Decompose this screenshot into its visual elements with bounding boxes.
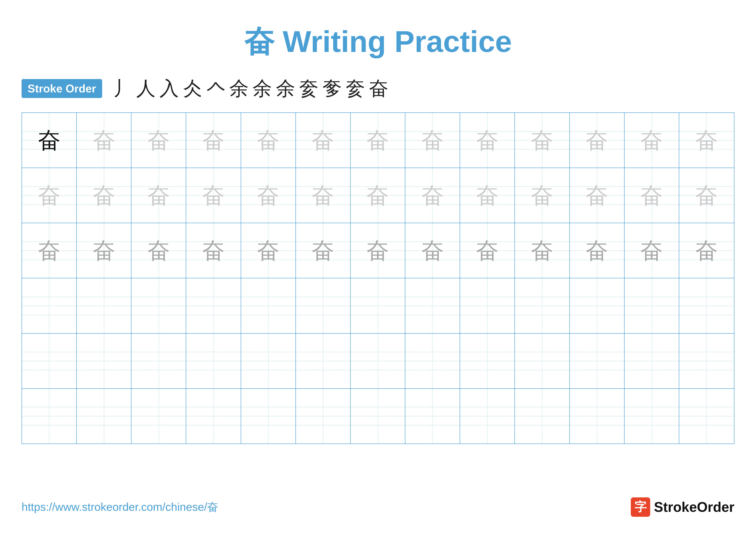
cell-2-3[interactable]: 奋 [131, 168, 186, 223]
cell-6-9[interactable] [460, 389, 515, 444]
cell-5-1[interactable] [22, 334, 77, 388]
cell-1-1[interactable]: 奋 [22, 113, 77, 167]
char-guide: 奋 [38, 184, 61, 207]
cell-4-2[interactable] [77, 278, 131, 333]
cell-3-6[interactable]: 奋 [296, 223, 351, 278]
cell-3-5[interactable]: 奋 [241, 223, 296, 278]
cell-1-12[interactable]: 奋 [625, 113, 679, 167]
stroke-1: 丿 [113, 75, 132, 102]
stroke-3: 入 [159, 75, 179, 102]
cell-1-7[interactable]: 奋 [351, 113, 405, 167]
cell-1-8[interactable]: 奋 [405, 113, 460, 167]
char-guide: 奋 [366, 239, 389, 262]
cell-1-6[interactable]: 奋 [296, 113, 351, 167]
cell-5-8[interactable] [405, 334, 460, 388]
cell-1-10[interactable]: 奋 [515, 113, 570, 167]
cell-5-7[interactable] [351, 334, 405, 388]
cell-3-4[interactable]: 奋 [186, 223, 241, 278]
cell-6-6[interactable] [296, 389, 351, 444]
cell-4-8[interactable] [405, 278, 460, 333]
cell-2-8[interactable]: 奋 [405, 168, 460, 223]
cell-4-11[interactable] [570, 278, 625, 333]
cell-1-3[interactable]: 奋 [131, 113, 186, 167]
char-guide: 奋 [476, 184, 499, 207]
cell-4-4[interactable] [186, 278, 241, 333]
cell-5-13[interactable] [679, 334, 734, 388]
cell-3-7[interactable]: 奋 [351, 223, 405, 278]
cell-2-2[interactable]: 奋 [77, 168, 131, 223]
cell-5-3[interactable] [131, 334, 186, 388]
cell-5-10[interactable] [515, 334, 570, 388]
char-guide: 奋 [640, 184, 663, 207]
stroke-12: 奋 [369, 75, 388, 102]
footer-url[interactable]: https://www.strokeorder.com/chinese/奋 [21, 499, 218, 515]
cell-5-11[interactable] [570, 334, 625, 388]
cell-5-9[interactable] [460, 334, 515, 388]
cell-4-12[interactable] [625, 278, 679, 333]
cell-3-2[interactable]: 奋 [77, 223, 131, 278]
char-guide: 奋 [93, 184, 115, 207]
cell-4-10[interactable] [515, 278, 570, 333]
cell-1-2[interactable]: 奋 [77, 113, 131, 167]
cell-6-10[interactable] [515, 389, 570, 444]
cell-6-13[interactable] [679, 389, 734, 444]
char-guide: 奋 [421, 129, 444, 152]
footer: https://www.strokeorder.com/chinese/奋 字 … [21, 497, 735, 517]
cell-6-7[interactable] [351, 389, 405, 444]
cell-6-8[interactable] [405, 389, 460, 444]
cell-4-9[interactable] [460, 278, 515, 333]
cell-4-6[interactable] [296, 278, 351, 333]
grid-row-6 [22, 389, 734, 444]
cell-6-5[interactable] [241, 389, 296, 444]
cell-3-8[interactable]: 奋 [405, 223, 460, 278]
cell-2-10[interactable]: 奋 [515, 168, 570, 223]
stroke-11: 奒 [346, 75, 365, 102]
cell-4-7[interactable] [351, 278, 405, 333]
cell-2-1[interactable]: 奋 [22, 168, 77, 223]
cell-2-12[interactable]: 奋 [625, 168, 679, 223]
cell-6-1[interactable] [22, 389, 77, 444]
char-guide: 奋 [476, 129, 499, 152]
cell-1-13[interactable]: 奋 [679, 113, 734, 167]
cell-5-6[interactable] [296, 334, 351, 388]
cell-4-1[interactable] [22, 278, 77, 333]
cell-2-9[interactable]: 奋 [460, 168, 515, 223]
cell-3-12[interactable]: 奋 [625, 223, 679, 278]
stroke-order-badge: Stroke Order [21, 79, 102, 98]
cell-2-11[interactable]: 奋 [570, 168, 625, 223]
cell-3-9[interactable]: 奋 [460, 223, 515, 278]
cell-4-5[interactable] [241, 278, 296, 333]
cell-1-4[interactable]: 奋 [186, 113, 241, 167]
cell-6-12[interactable] [625, 389, 679, 444]
cell-3-11[interactable]: 奋 [570, 223, 625, 278]
cell-3-13[interactable]: 奋 [679, 223, 734, 278]
cell-2-6[interactable]: 奋 [296, 168, 351, 223]
cell-2-4[interactable]: 奋 [186, 168, 241, 223]
char-guide: 奋 [421, 239, 444, 262]
cell-3-10[interactable]: 奋 [515, 223, 570, 278]
stroke-9: 奒 [299, 75, 318, 102]
char-guide: 奋 [421, 184, 444, 207]
cell-2-5[interactable]: 奋 [241, 168, 296, 223]
cell-6-4[interactable] [186, 389, 241, 444]
cell-5-2[interactable] [77, 334, 131, 388]
cell-5-12[interactable] [625, 334, 679, 388]
cell-3-1[interactable]: 奋 [22, 223, 77, 278]
cell-2-7[interactable]: 奋 [351, 168, 405, 223]
cell-1-5[interactable]: 奋 [241, 113, 296, 167]
title-section: 奋 Writing Practice [21, 21, 735, 63]
char-guide: 奋 [531, 239, 554, 262]
cell-3-3[interactable]: 奋 [131, 223, 186, 278]
cell-6-11[interactable] [570, 389, 625, 444]
cell-4-3[interactable] [131, 278, 186, 333]
cell-5-5[interactable] [241, 334, 296, 388]
stroke-order-row: Stroke Order 丿 人 入 仌 𠆢 余 余 余 奒 奓 奒 奋 [21, 75, 735, 102]
cell-6-2[interactable] [77, 389, 131, 444]
cell-1-9[interactable]: 奋 [460, 113, 515, 167]
cell-6-3[interactable] [131, 389, 186, 444]
cell-2-13[interactable]: 奋 [679, 168, 734, 223]
cell-5-4[interactable] [186, 334, 241, 388]
char-guide: 奋 [202, 239, 225, 262]
cell-1-11[interactable]: 奋 [570, 113, 625, 167]
cell-4-13[interactable] [679, 278, 734, 333]
